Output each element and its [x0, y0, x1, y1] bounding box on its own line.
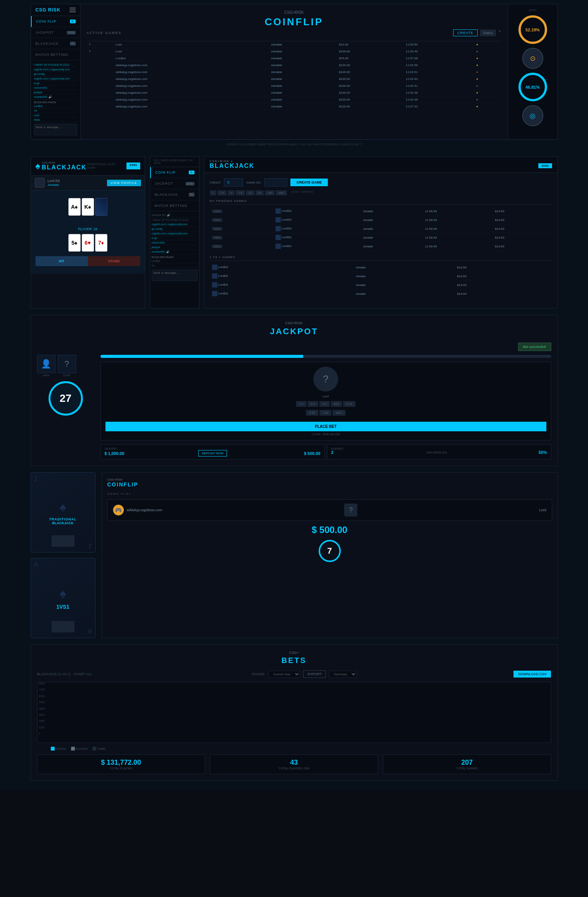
menu-hamburger[interactable] [70, 8, 76, 12]
nav-coinflip[interactable]: COIN FLIP ⊙ [31, 16, 80, 27]
gp-logo: COINFLIP [107, 481, 138, 487]
bj-logo-bar: ♠ CSG>RISK BLACKJACK TRADITIONAL PLAY US… [31, 157, 145, 176]
coinflip-body: CSG>RISK COINFLIP ACTIVE GAMES CREATE St… [81, 4, 508, 139]
chart-range-label: CHART ALL [74, 672, 92, 676]
quick-btn-5[interactable]: 10 [246, 190, 254, 195]
place-bet-button[interactable]: PLACE BET [105, 422, 546, 431]
quick-btn-max[interactable]: MAX [276, 190, 287, 195]
create-game-button[interactable]: CREATE [453, 29, 478, 36]
game-row-4[interactable]: wildukyy.csgoboss.com Joinable $100.00 1… [87, 62, 502, 69]
range-select[interactable]: Current Year [268, 671, 300, 678]
pending-row-3[interactable]: 1VS1 LordEd Joinable 11:58:49 $14:00 [210, 224, 552, 233]
deposit-now-button[interactable]: DEPOSIT NOW [198, 450, 227, 457]
game-row-1[interactable]: ? Lord Joinable $10.00 11:59:50 ● [87, 41, 502, 48]
traditional-blackjack-card[interactable]: ♠ J J TRADITIONAL BLACKJACK [31, 472, 96, 552]
card-icon: ♠ [60, 500, 66, 514]
bj-nav-coinflip[interactable]: COIN FLIP ⊙ [150, 167, 199, 178]
game-row-7[interactable]: wildukyy.csgoboss.com Joinable $100.00 1… [87, 83, 502, 89]
player-slot-2: ? [58, 355, 76, 373]
jackpot-stat-players: PLAYERS 2 WIN RATE (%) 50% [327, 444, 551, 460]
qa-btn-1[interactable]: 0.1 [296, 401, 306, 407]
quick-btn-3[interactable]: 5 [228, 190, 235, 195]
nav-match-betting[interactable]: MATCH BETTING [31, 49, 80, 60]
1vs1-blackjack-card[interactable]: ♠ A A 1VS1 [31, 558, 96, 638]
vs1-games-title: 1 VS 1 GAMES [210, 255, 552, 261]
pending-row-4[interactable]: 1VS1 LordEd Joinable 11:58:49 $14:00 [210, 233, 552, 242]
vs1-row-2[interactable]: LordEd Joinable $14:00 [210, 272, 552, 281]
quick-btn-7[interactable]: 100 [265, 190, 275, 195]
qa-btn-4[interactable]: $10 [331, 401, 342, 407]
game-row-5[interactable]: wildukyy.csgoboss.com Joinable $100.00 1… [87, 69, 502, 76]
progress-fill [100, 355, 303, 358]
card-corner-bottom: A [88, 628, 92, 635]
card-icon: ♠ [60, 587, 66, 601]
quick-btn-1[interactable]: 1 [210, 190, 217, 195]
game-row-2[interactable]: ? Lord Joinable $100.00 11:59:46 ● [87, 48, 502, 55]
credit-input[interactable] [224, 178, 243, 187]
blackjack-game-panel: ♠ CSG>RISK BLACKJACK TRADITIONAL PLAY US… [31, 156, 145, 309]
hit-button[interactable]: HIT [36, 256, 88, 266]
pending-row-2[interactable]: 1VS1 LordEd Joinable 11:58:49 $14:00 [210, 216, 552, 224]
player-card-2: 6♥ [82, 234, 94, 252]
player-card-3: 7♦ [95, 234, 107, 252]
quick-btn-6[interactable]: 15 [256, 190, 264, 195]
game-amount: $100.00 [337, 48, 403, 55]
game-amount: $100.00 [337, 62, 403, 69]
vs1-row-1[interactable]: LordEd Joinable $14:00 [210, 263, 552, 272]
vs1-row-3[interactable]: LordEd Joinable $14:00 [210, 281, 552, 289]
legend-placed-icon [51, 747, 55, 751]
player-status: Joinable [48, 183, 60, 187]
total-players-box: 43 TOTAL PLAYERS JSN [210, 754, 378, 774]
summary-select[interactable]: Summary [329, 671, 357, 678]
bets-chart: 8000 7000 6000 5000 4000 3000 2000 1000 … [37, 682, 551, 743]
game-row-6[interactable]: wildukyy.csgoboss.com Joinable $100.00 1… [87, 76, 502, 83]
game-time: 11:59:46 [403, 48, 474, 55]
pending-row-5[interactable]: 1VS1 LordEd Joinable 11:58:49 $14:00 [210, 242, 552, 251]
limit-info: 1.0 min - 600$ max (30) [105, 433, 546, 435]
download-csv-button[interactable]: DOWNLOAD CSV [513, 671, 551, 678]
vs1-row-4[interactable]: LordEd Joinable $14:00 [210, 289, 552, 298]
game-row-8[interactable]: wildukyy.csgoboss.com Joinable $100.00 1… [87, 89, 502, 96]
chat-msg-2: csginfo.com | csgisecurity.com [34, 67, 77, 72]
quick-btn-2[interactable]: 2.5 [217, 190, 227, 195]
qa-btn-max[interactable]: MAX [332, 410, 345, 416]
qa-btn-2[interactable]: 0.2 [308, 401, 318, 407]
odds-title: Odds [529, 9, 536, 11]
bj-nav-blackjack[interactable]: BLACKJACK ⊙ [150, 189, 199, 200]
progress-bar: 0 [100, 355, 551, 358]
game-row-9[interactable]: wildukyy.csgoboss.com Joinable $100.00 1… [87, 96, 502, 103]
bj-nav-match-betting[interactable]: MATCH BETTING [150, 200, 199, 211]
chat-msg-11: Lord [34, 113, 77, 118]
qa-btn-7[interactable]: 1.00 [319, 410, 332, 416]
bj-right-mode-badge[interactable]: 1VS1 [538, 163, 552, 168]
quick-btn-4[interactable]: 7.5 [236, 190, 245, 195]
game-status: Joinable [269, 41, 337, 48]
bj-nav-jackpot[interactable]: JACKPOT 279 [150, 178, 199, 189]
pending-row-1[interactable]: 1VS1 LordEd Joinable 11:58:49 $14:00 [210, 207, 552, 216]
nav-jackpot-badge: 279 [67, 31, 76, 34]
bj-chat-input[interactable] [152, 270, 198, 281]
traditional-card-subtitle: BLACKJACK [49, 521, 77, 525]
card-corner-top: J [34, 476, 37, 483]
games-table: ? Lord Joinable $10.00 11:59:50 ● ? Lord… [87, 39, 502, 110]
game-row-3[interactable]: LordEd Joinable $76.00 11:57:08 ● [87, 55, 502, 62]
nav-jackpot[interactable]: JACKPOT 279 [31, 27, 80, 38]
player-card-1: 5♠ [68, 234, 81, 252]
qa-btn-6[interactable]: 0.50 [306, 410, 318, 416]
qa-btn-3[interactable]: 0.5 [319, 401, 330, 407]
chat-input[interactable] [34, 124, 77, 135]
stand-button[interactable]: STAND [88, 256, 140, 266]
status-button[interactable]: Status [480, 29, 496, 36]
game-no-input[interactable] [264, 178, 287, 187]
export-button[interactable]: EXPORT [303, 670, 326, 678]
nav-blackjack[interactable]: BLACKJACK ⊙ [31, 38, 80, 49]
qa-btn-5[interactable]: 0.25 [343, 401, 355, 407]
view-profile-button[interactable]: VIEW PROFILE [107, 180, 141, 186]
bj-mode-selector[interactable]: TRADITIONAL PLAY USER 1VS1 [87, 162, 140, 169]
credit-label: Credit [210, 181, 221, 184]
game-row-10[interactable]: wildukyy.csgoboss.com Joinable $100.00 1… [87, 103, 502, 110]
game-player: wildukyy.csgoboss.com [113, 62, 269, 69]
create-game-button[interactable]: CREATE GAME [290, 179, 328, 186]
sort-arrow[interactable]: ▼ [498, 29, 502, 36]
game-coin: ● [474, 62, 502, 69]
